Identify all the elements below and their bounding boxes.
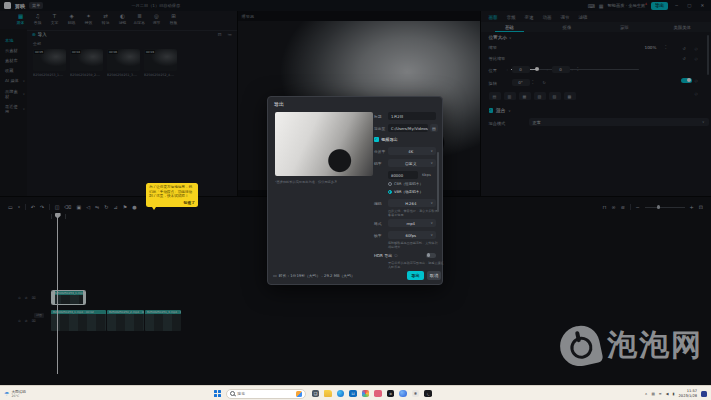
duration-icon: ▭ bbox=[273, 273, 277, 278]
tooltip-text: 为了让你更方便地使用，我们把「手动踩点」功能移动到了这里，快来试试吧！ bbox=[149, 185, 195, 199]
chevron-down-icon: ∨ bbox=[431, 201, 433, 205]
chevron-down-icon: ∨ bbox=[431, 149, 433, 153]
export-summary: 时长：1分19秒（大约），29.2 MB（大约） bbox=[279, 273, 355, 278]
hdr-label: HDR 导出 bbox=[374, 253, 392, 258]
system-tray: ∧ ▤ ≋ ◀ ▮ 11:57 2023/1/28 bbox=[645, 389, 707, 397]
app-window: 剪映 菜单 一月二日（1）已自动保存 ⌨ ▦ 智能画质 · 全局生效4 导出 ─… bbox=[0, 0, 711, 400]
video-export-label: 视频导出 bbox=[381, 137, 398, 142]
start-button[interactable] bbox=[214, 390, 221, 397]
codec-label: 编码 bbox=[374, 201, 382, 206]
export-dialog: 导出 *画质和时长以实际导出为准，仅供预览参考 标题 1月2日 导出至 C:/U… bbox=[267, 96, 443, 285]
resolution-dropdown[interactable]: 4K∨ bbox=[388, 147, 436, 155]
search-highlight-icon bbox=[296, 391, 302, 397]
battery-icon[interactable]: ▮ bbox=[673, 392, 675, 396]
edge-browser-icon[interactable] bbox=[337, 390, 345, 398]
browser-icon[interactable] bbox=[399, 390, 407, 398]
pcpop-watermark: 泡泡网 bbox=[560, 325, 703, 366]
cancel-button[interactable]: 取消 bbox=[427, 271, 441, 280]
chevron-down-icon: ∨ bbox=[431, 161, 433, 165]
taskbar-app-icons: ❏ ⊔ ⌗ ✱ ›_ bbox=[312, 390, 432, 398]
cbr-radio-option[interactable]: CBR（恒定码率） bbox=[388, 182, 423, 186]
weather-icon: ☂ bbox=[4, 390, 9, 397]
taskbar-search[interactable]: 搜索 bbox=[226, 389, 306, 399]
chevron-down-icon: ∨ bbox=[431, 233, 433, 237]
folder-icon: ▤ bbox=[432, 126, 436, 131]
volume-icon[interactable]: ◀ bbox=[666, 392, 669, 396]
taskbar-clock[interactable]: 11:57 2023/1/28 bbox=[679, 389, 697, 397]
search-icon bbox=[230, 391, 236, 397]
export-confirm-button[interactable]: 导出 bbox=[407, 271, 424, 280]
export-preview-hint: *画质和时长以实际导出为准，仅供预览参考 bbox=[275, 180, 375, 184]
browse-folder-button[interactable]: ▤ bbox=[430, 124, 438, 132]
path-field-label: 导出至 bbox=[374, 126, 385, 131]
fps-label: 帧率 bbox=[374, 233, 382, 238]
network-icon[interactable]: ≋ bbox=[659, 392, 662, 396]
pcpop-logo-icon bbox=[556, 322, 603, 369]
format-label: 格式 bbox=[374, 221, 382, 226]
microsoft-store-icon[interactable]: ⊔ bbox=[349, 390, 357, 398]
tray-date: 2023/1/28 bbox=[679, 394, 697, 398]
dialog-scrollbar[interactable] bbox=[437, 152, 439, 212]
bitrate-dropdown[interactable]: 自定义∨ bbox=[388, 159, 436, 167]
vbr-radio-option[interactable]: VBR（动态码率） bbox=[388, 190, 423, 194]
ime-indicator-icon[interactable]: ▤ bbox=[651, 392, 654, 396]
resolution-label: 分辨率 bbox=[374, 149, 385, 154]
weather-condition: 大雨转晴 bbox=[11, 390, 25, 394]
tray-chevron-up-icon[interactable]: ∧ bbox=[645, 392, 648, 396]
hdr-hint: 开启后将以高动态范围导出，观感更接近人眼所见 bbox=[388, 261, 444, 269]
search-placeholder: 搜索 bbox=[237, 391, 293, 396]
photos-icon[interactable] bbox=[362, 390, 370, 398]
terminal-icon[interactable]: ›_ bbox=[424, 390, 432, 398]
tooltip-confirm-button[interactable]: 知道了 bbox=[149, 200, 195, 205]
settings-gear-icon[interactable]: ✱ bbox=[412, 390, 420, 398]
codec-hint: 画质更优，兼容性好，适合大多数设备播放使用 bbox=[388, 209, 440, 217]
format-dropdown[interactable]: mp4∨ bbox=[388, 219, 436, 227]
export-preview-thumbnail bbox=[275, 112, 373, 176]
hdr-toggle[interactable] bbox=[426, 253, 436, 258]
chevron-down-icon: ∨ bbox=[431, 221, 433, 225]
windows-taskbar: ☂ 大雨转晴 26°C 搜索 ❏ ⊔ ⌗ ✱ ›_ ∧ ▤ ≋ bbox=[0, 385, 711, 400]
fps-hint: 每秒帧数越高画面越流畅，文件体积相应增大 bbox=[388, 241, 440, 249]
feature-tooltip: 为了让你更方便地使用，我们把「手动踩点」功能移动到了这里，快来试试吧！ 知道了 bbox=[146, 183, 198, 207]
notification-center-icon[interactable] bbox=[701, 391, 707, 397]
fps-dropdown[interactable]: 60fps∨ bbox=[388, 231, 436, 239]
watermark-text: 泡泡网 bbox=[607, 325, 703, 366]
dialog-title: 导出 bbox=[274, 101, 284, 107]
weather-widget[interactable]: ☂ 大雨转晴 26°C bbox=[4, 390, 26, 398]
task-view-icon[interactable]: ❏ bbox=[312, 390, 320, 398]
bitrate-label: 码率 bbox=[374, 161, 382, 166]
video-export-checkbox[interactable] bbox=[374, 137, 379, 142]
radio-unselected-icon bbox=[388, 182, 392, 186]
file-explorer-icon[interactable] bbox=[324, 390, 332, 398]
paint-icon[interactable] bbox=[374, 390, 382, 398]
title-field-label: 标题 bbox=[374, 114, 382, 119]
path-field[interactable]: C:/Users/My/Videos/＊... bbox=[388, 124, 428, 132]
bitrate-unit-label: Kbps bbox=[422, 173, 431, 177]
weather-temperature: 26°C bbox=[11, 394, 25, 398]
codec-dropdown[interactable]: H.264∨ bbox=[388, 199, 436, 207]
info-icon: ⓘ bbox=[394, 254, 397, 258]
title-field[interactable]: 1月2日 bbox=[388, 112, 436, 120]
capcut-app-icon[interactable]: ⌗ bbox=[387, 390, 395, 398]
bitrate-number-field[interactable]: 80000 bbox=[388, 171, 418, 179]
radio-selected-icon bbox=[388, 190, 392, 194]
